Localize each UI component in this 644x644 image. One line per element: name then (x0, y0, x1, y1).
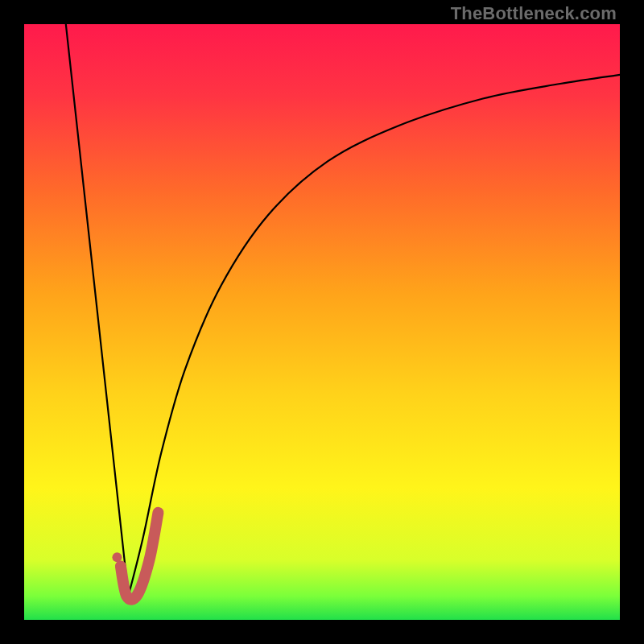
chart-svg (24, 24, 620, 620)
chart-frame: TheBottleneck.com (0, 0, 644, 644)
gradient-background (24, 24, 620, 620)
watermark-text: TheBottleneck.com (451, 3, 617, 24)
optimum-dot (112, 552, 122, 562)
plot-area (24, 24, 620, 620)
